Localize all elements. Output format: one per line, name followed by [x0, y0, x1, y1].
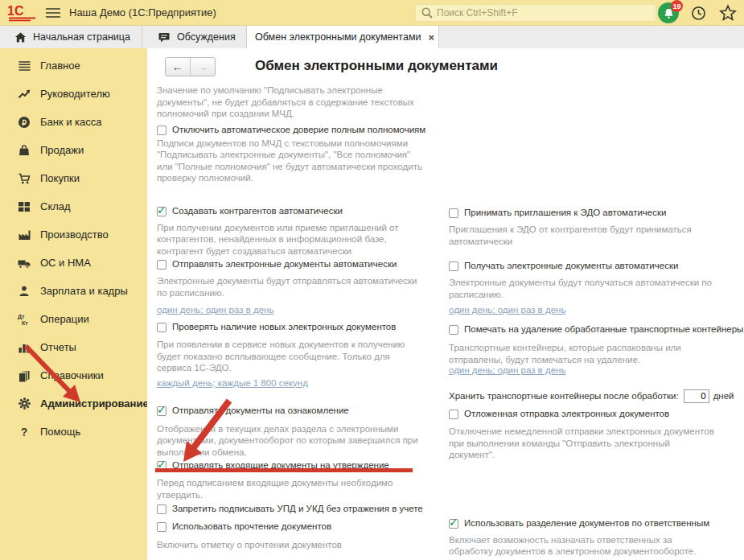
sections-sidebar: Главное Руководителю ₽ Банк и касса Прод… — [0, 48, 147, 560]
checkbox-box[interactable] — [157, 323, 166, 332]
checkbox-accept-invitations[interactable]: Принимать приглашения к ЭДО автоматическ… — [449, 208, 744, 220]
keep-days-input[interactable] — [684, 389, 709, 403]
desc-send-for-review: Отображения в текущих делах раздела с эл… — [157, 423, 425, 459]
tab-discussions[interactable]: Обсуждения — [142, 26, 247, 48]
desc-accept-invitations: Приглашения к ЭДО от контрагентов будут … — [449, 224, 714, 247]
sidebar-item-os-nma[interactable]: ОС и НМА — [0, 249, 147, 277]
desc-check-new-documents: При появлении в сервисе новых документов… — [157, 339, 425, 374]
keep-days-suffix: дней — [713, 391, 734, 401]
settings-column-left: Значение по умолчанию "Подписывать элект… — [157, 84, 440, 551]
link-deletion-schedule[interactable]: один день; один раз в день — [449, 365, 744, 377]
sidebar-item-purchases[interactable]: Покупки — [0, 164, 147, 192]
desc-use-reading: Включить отметку о прочтении документов — [157, 539, 425, 551]
checkbox-box-checked[interactable] — [157, 461, 166, 471]
edi-settings-panel: ← → Обмен электронными документами Значе… — [147, 48, 744, 560]
checkbox-send-documents-auto[interactable]: Отправлять электронные документы автомат… — [157, 259, 440, 272]
checkbox-disable-auto-trust[interactable]: Отключить автоматическое доверие полным … — [157, 125, 440, 138]
checkbox-box-checked[interactable] — [157, 207, 166, 216]
app-window: 1С Наша Демо (1С:Предприятие) — [0, 0, 744, 560]
top-bar: 1С Наша Демо (1С:Предприятие) — [0, 0, 744, 26]
menu-icon — [16, 59, 32, 72]
tab-label: Начальная страница — [33, 31, 130, 43]
checkbox-use-reading[interactable]: Использовать прочтение документов — [157, 521, 440, 534]
checkbox-box[interactable] — [157, 260, 166, 270]
tab-label: Обсуждения — [177, 31, 236, 43]
history-nav-buttons: ← → — [165, 57, 216, 76]
grid-icon — [16, 200, 32, 213]
sidebar-item-operations[interactable]: ДтКт Операции — [0, 305, 147, 333]
main-menu-icon[interactable] — [45, 6, 61, 20]
home-icon — [14, 31, 27, 43]
checkbox-split-by-responsible[interactable]: Использовать разделение документов по от… — [449, 518, 744, 531]
sidebar-item-bank-cash[interactable]: ₽ Банк и касса — [0, 108, 147, 136]
sidebar-item-sales[interactable]: Продажи — [0, 136, 147, 164]
ruble-icon: ₽ — [16, 115, 32, 129]
checkbox-box[interactable] — [449, 325, 458, 335]
checkbox-box-checked[interactable] — [449, 519, 458, 529]
sidebar-item-warehouse[interactable]: Склад — [0, 192, 147, 220]
desc-incoming-approval: Перед подписанием входящие документы нео… — [157, 477, 425, 500]
checkbox-forbid-upd-ukd[interactable]: Запретить подписывать УПД и УКД без отра… — [157, 504, 440, 517]
sidebar-item-administration[interactable]: Администрирование — [0, 389, 147, 418]
checkbox-create-counterparties[interactable]: Создавать контрагентов автоматически — [157, 206, 440, 219]
checkbox-box[interactable] — [157, 126, 166, 135]
page-title: Обмен электронными документами — [255, 58, 498, 74]
sidebar-item-reports[interactable]: Отчеты — [0, 333, 147, 361]
help-icon: ? — [16, 425, 32, 439]
search-input[interactable] — [437, 7, 656, 19]
gear-icon — [16, 397, 32, 410]
sidebar-item-production[interactable]: Производство — [0, 220, 147, 249]
person-icon — [16, 284, 32, 298]
close-icon[interactable]: × — [428, 31, 434, 43]
checkbox-receive-auto[interactable]: Получать электронные документы автоматич… — [449, 261, 744, 274]
history-clock-icon — [690, 5, 707, 22]
factory-icon — [16, 228, 32, 241]
checkbox-box[interactable] — [449, 208, 458, 218]
books-icon — [16, 369, 32, 382]
forward-button[interactable]: → — [191, 58, 215, 76]
history-button[interactable] — [690, 5, 707, 25]
checkbox-box[interactable] — [449, 261, 458, 271]
tab-home[interactable]: Начальная страница — [0, 26, 142, 48]
desc-mark-containers-deletion: Транспортные контейнеры, которые распако… — [449, 342, 714, 365]
link-check-schedule[interactable]: каждый день; каждые 1 800 секунд — [157, 378, 440, 389]
cart-icon — [16, 171, 32, 185]
svg-text:Кт: Кт — [22, 320, 28, 326]
svg-text:₽: ₽ — [22, 117, 27, 126]
global-search[interactable] — [415, 4, 656, 22]
desc-split-by-responsible: Включает возможность назначать ответстве… — [449, 534, 714, 558]
desc-receive-auto: Электронные документы будут получаться а… — [449, 277, 714, 300]
sidebar-item-help[interactable]: ? Помощь — [0, 418, 147, 446]
svg-text:Дт: Дт — [18, 314, 25, 320]
notifications-button[interactable]: 19 — [658, 2, 680, 24]
checkbox-box[interactable] — [157, 504, 166, 514]
favorites-button[interactable] — [719, 4, 737, 25]
checkbox-deferred-sending[interactable]: Отложенная отправка электронных документ… — [449, 409, 744, 422]
bars-icon — [16, 340, 32, 354]
checkbox-incoming-approval[interactable]: Отправлять входящие документы на утвержд… — [157, 460, 440, 473]
bag-icon — [16, 143, 32, 157]
tab-bar: Начальная страница Обсуждения Обмен элек… — [0, 26, 744, 48]
sidebar-item-main[interactable]: Главное — [0, 51, 147, 80]
checkbox-box-checked[interactable] — [157, 406, 166, 416]
sidebar-item-salary-hr[interactable]: Зарплата и кадры — [0, 277, 147, 305]
chat-icon — [158, 31, 171, 43]
checkbox-check-new-documents[interactable]: Проверять наличие новых электронных доку… — [157, 322, 440, 335]
sidebar-item-catalogs[interactable]: Справочники — [0, 361, 147, 389]
link-receive-schedule[interactable]: один день; один раз в день — [449, 305, 744, 316]
checkbox-box[interactable] — [157, 522, 166, 532]
desc-disable-auto-trust: Подписи документов по МЧД с текстовыми п… — [157, 138, 425, 184]
svg-text:1С: 1С — [7, 4, 24, 18]
checkbox-mark-containers-deletion[interactable]: Помечать на удаление обработанные трансп… — [449, 324, 744, 337]
sidebar-item-manager[interactable]: Руководителю — [0, 80, 147, 108]
truck-icon — [16, 256, 32, 270]
checkbox-box[interactable] — [449, 410, 458, 419]
star-icon — [719, 4, 737, 22]
tab-edi-exchange[interactable]: Обмен электронными документами × — [247, 26, 439, 48]
checkbox-send-for-review[interactable]: Отправлять документы на ознакомление — [157, 406, 440, 418]
back-button[interactable]: ← — [166, 58, 191, 76]
link-send-schedule[interactable]: один день; один раз в день — [157, 305, 440, 316]
search-icon — [421, 6, 434, 19]
1c-logo-icon[interactable]: 1С — [6, 3, 40, 23]
notifications-count-badge: 19 — [671, 0, 683, 12]
